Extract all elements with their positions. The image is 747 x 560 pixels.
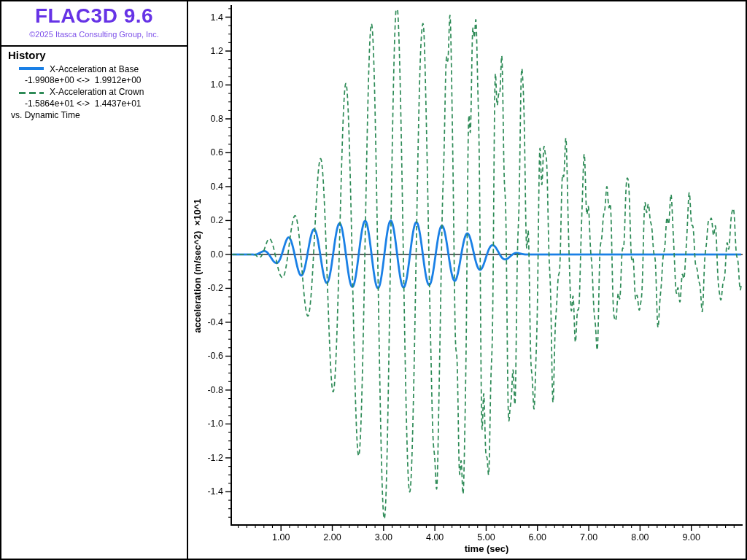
x-tick-label: 4.00 xyxy=(419,532,451,543)
y-tick-label: 1.4 xyxy=(190,12,223,23)
x-tick-label: 5.00 xyxy=(470,532,502,543)
x-tick-label: 8.00 xyxy=(624,532,656,543)
y-axis-title: acceleration (m/sec^2) ×10^1 xyxy=(192,149,204,383)
x-tick-label: 6.00 xyxy=(522,532,554,543)
y-tick-label: 1.0 xyxy=(190,79,223,90)
x-axis-title: time (sec) xyxy=(414,543,560,554)
crown-series-label: X-Acceleration at Crown xyxy=(50,87,144,97)
y-tick-label: -1.2 xyxy=(190,452,223,464)
history-heading: History xyxy=(8,49,46,61)
crown-series-range: -1.5864e+01 <-> 1.4437e+01 xyxy=(25,98,141,109)
y-tick-label: -1.0 xyxy=(190,418,223,429)
flac3d-logo: FLAC3D 9.6 ©2025 Itasca Consulting Group… xyxy=(1,4,187,39)
base-series-label: X-Acceleration at Base xyxy=(50,64,139,74)
crown-series-swatch xyxy=(19,92,44,94)
app-title: FLAC3D 9.6 xyxy=(1,4,187,28)
flac3d-window: -1.4-1.2-1.0-0.8-0.6-0.4-0.20.00.20.40.6… xyxy=(0,0,747,560)
base-series-swatch xyxy=(19,67,44,70)
separator-line xyxy=(1,45,187,47)
x-tick-label: 9.00 xyxy=(676,532,708,543)
x-tick-label: 7.00 xyxy=(573,532,605,543)
base-series-range: -1.9908e+00 <-> 1.9912e+00 xyxy=(25,75,141,85)
y-tick-label: -0.8 xyxy=(190,384,223,396)
y-tick-label: 1.2 xyxy=(190,45,223,57)
x-tick-label: 1.00 xyxy=(265,532,297,543)
history-footer: vs. Dynamic Time xyxy=(11,110,80,120)
x-tick-label: 3.00 xyxy=(368,532,400,543)
sidebar: FLAC3D 9.6 ©2025 Itasca Consulting Group… xyxy=(1,1,188,559)
y-tick-label: 0.8 xyxy=(190,113,223,125)
y-tick-label: -1.4 xyxy=(190,486,223,497)
x-tick-label: 2.00 xyxy=(317,532,349,543)
copyright-text: ©2025 Itasca Consulting Group, Inc. xyxy=(1,30,187,39)
